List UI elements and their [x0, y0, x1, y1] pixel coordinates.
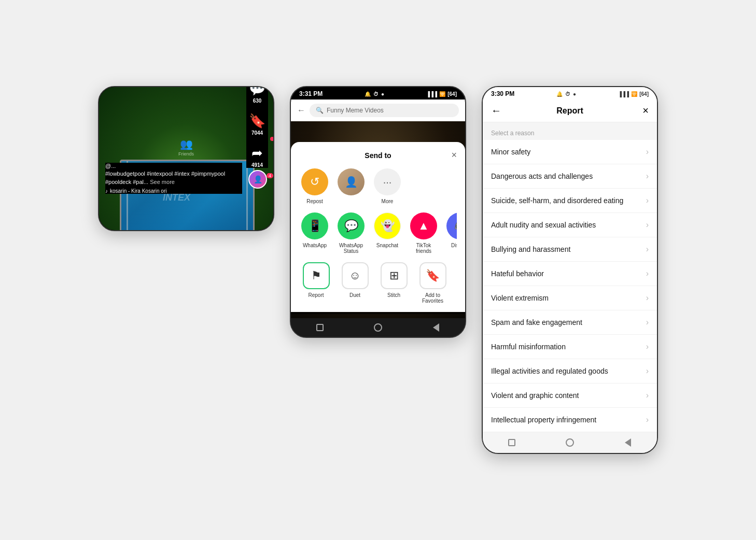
reason-minor-safety-text: Minor safety	[491, 148, 530, 156]
contact1-item[interactable]: 👤	[335, 168, 367, 204]
creator-avatar-bottom: 👤	[248, 170, 267, 189]
share-sheet: Send to × ↺ Repost 👤	[291, 142, 465, 312]
reason-misinformation[interactable]: Harmful misinformation ›	[483, 335, 657, 359]
stitch-action-box: ⊞	[381, 262, 408, 289]
chevron-icon-2: ›	[646, 172, 649, 181]
wifi2-icon: 🛜	[439, 91, 445, 97]
chevron-icon-11: ›	[646, 391, 649, 400]
battery2-container: [64]	[447, 91, 457, 97]
video-caption: #lowbudgetpool #intexpool #intex #pimpmy…	[105, 170, 242, 186]
snapchat-item[interactable]: 👻 Snapchat	[372, 212, 403, 254]
reason-violent-graphic[interactable]: Violent and graphic content ›	[483, 383, 657, 408]
username: @...	[105, 163, 242, 169]
phone2-android-nav	[291, 318, 465, 337]
stitch-action-label: Stitch	[387, 292, 400, 298]
reason-violent-graphic-text: Violent and graphic content	[491, 391, 579, 400]
reason-spam[interactable]: Spam and fake engagement ›	[483, 310, 657, 335]
whatsapp-status-icon-circle: 💬	[338, 212, 365, 239]
friends-label: Friends	[178, 151, 194, 157]
search-bar-field[interactable]: 🔍 Funny Meme Videos	[310, 104, 459, 117]
comment-icon: 💬	[249, 86, 265, 97]
contact1-icon-circle: 👤	[338, 168, 365, 195]
timer2-icon: ⏱	[373, 91, 379, 97]
bookmark-action[interactable]: 🔖 7044	[249, 113, 265, 136]
phone3-notif-icons: 🔔 ⏱ ●	[556, 91, 576, 97]
report-action-box: ⚑	[303, 262, 330, 289]
share-count: 4914	[251, 162, 263, 168]
reason-bullying[interactable]: Bullying and harassment ›	[483, 237, 657, 262]
back-button2[interactable]	[431, 322, 441, 333]
back2-icon[interactable]: ←	[297, 106, 305, 115]
close-share-button[interactable]: ×	[451, 150, 457, 160]
bookmark-count: 7044	[251, 130, 263, 136]
phone1-frame: 3:24 PM 🔔 ⏱ ● ▐▐▐ 🛜 [66] 🎬 LIVE	[98, 86, 274, 231]
stitch-action-item[interactable]: ⊞ Stitch	[377, 262, 411, 304]
phone2-search-bar: ← 🔍 Funny Meme Videos	[291, 100, 465, 121]
friends-icon: 👥	[180, 138, 193, 150]
reason-bullying-text: Bullying and harassment	[491, 245, 570, 253]
report-back-button[interactable]: ←	[491, 105, 530, 117]
phone2-notif-icons: 🔔 ⏱ ●	[365, 91, 384, 97]
alarm3-icon: 🔔	[556, 91, 563, 97]
whatsapp-item[interactable]: 📱 WhatsApp	[299, 212, 330, 254]
discord-label: Discord	[451, 243, 457, 248]
phone2-time: 3:31 PM	[299, 90, 323, 97]
phone2-status-bar: 3:31 PM 🔔 ⏱ ● ▐▐▐ 🛜 [64]	[291, 87, 465, 100]
battery2-value: 64	[450, 91, 455, 97]
reason-suicide-selfharm[interactable]: Suicide, self-harm, and disordered eatin…	[483, 189, 657, 213]
reason-minor-safety[interactable]: Minor safety ›	[483, 140, 657, 164]
reason-ip-infringement[interactable]: Intellectual property infringement ›	[483, 408, 657, 432]
whatsapp-status-item[interactable]: 💬 WhatsApp Status	[335, 212, 367, 254]
home-button2[interactable]	[373, 322, 383, 333]
report-action-item[interactable]: ⚑ Report	[299, 262, 333, 304]
tiktok-friends-item[interactable]: ▲ TikTok friends	[408, 212, 439, 254]
tiktok-friends-icon: ▲	[418, 219, 429, 233]
reason-violent-extremism-text: Violent extremism	[491, 294, 549, 302]
reason-suicide-text: Suicide, self-harm, and disordered eatin…	[491, 196, 623, 205]
report-content: Select a reason Minor safety › Dangerous…	[483, 122, 657, 432]
chevron-icon-10: ›	[646, 366, 649, 376]
duet-action-label: Duet	[349, 292, 360, 298]
discord-icon-circle: 🎮	[446, 212, 457, 239]
phone1-bottom-info: @... #lowbudgetpool #intexpool #intex #p…	[105, 163, 242, 194]
report-close-button[interactable]: ×	[609, 105, 649, 117]
reason-dangerous-acts[interactable]: Dangerous acts and challenges ›	[483, 164, 657, 189]
square-button2[interactable]	[315, 322, 325, 333]
chevron-icon-3: ›	[646, 196, 649, 205]
reason-illegal-activities[interactable]: Illegal activities and regulated goods ›	[483, 359, 657, 383]
reason-adult-nudity[interactable]: Adult nudity and sexual activities ›	[483, 213, 657, 237]
inbox-badge: 4	[267, 173, 273, 178]
ladder-right	[246, 161, 248, 231]
comment-action[interactable]: 💬 630	[249, 86, 265, 104]
dot3-icon: ●	[573, 91, 576, 97]
reason-hateful-behavior[interactable]: Hateful behavior ›	[483, 262, 657, 286]
favorites-action-item[interactable]: 🔖 Add to Favorites	[416, 262, 450, 304]
duet-action-item[interactable]: ☺ Duet	[338, 262, 372, 304]
tiktok-friends-icon-circle: ▲	[410, 212, 437, 239]
see-more-link[interactable]: See more	[150, 179, 175, 185]
duet-action-box: ☺	[342, 262, 369, 289]
reason-violent-extremism[interactable]: Violent extremism ›	[483, 286, 657, 310]
stitch-icon: ⊞	[389, 269, 399, 282]
home-button3[interactable]	[565, 437, 575, 448]
music-info: ♪ kosarin - Kira Kosarin ori	[105, 188, 242, 194]
more-item[interactable]: ··· More	[372, 168, 403, 204]
whatsapp-status-icon: 💬	[344, 219, 358, 233]
contact1-icon: 👤	[345, 176, 358, 188]
report-header: ← Report ×	[483, 100, 657, 122]
battery3-value: 64	[641, 91, 647, 97]
share-action[interactable]: ➦ 4914	[251, 145, 263, 168]
square-button3[interactable]	[507, 437, 517, 448]
reason-hateful-text: Hateful behavior	[491, 269, 544, 278]
back-button3[interactable]	[623, 437, 633, 448]
discord-item[interactable]: 🎮 Discord	[444, 212, 457, 254]
timer3-icon: ⏱	[565, 91, 570, 97]
phone3-frame: 3:30 PM 🔔 ⏱ ● ▐▐▐ 🛜 [64] ← Report × Sele…	[482, 86, 658, 454]
creator-thumb: 👤	[248, 170, 267, 189]
reason-spam-text: Spam and fake engagement	[491, 318, 582, 326]
comment-count: 630	[253, 98, 262, 104]
repost-icon: ↺	[310, 175, 319, 189]
phone3-status-icons: ▐▐▐ 🛜 [64]	[618, 91, 649, 97]
alarm2-icon: 🔔	[365, 91, 371, 97]
repost-item[interactable]: ↺ Repost	[299, 168, 330, 204]
